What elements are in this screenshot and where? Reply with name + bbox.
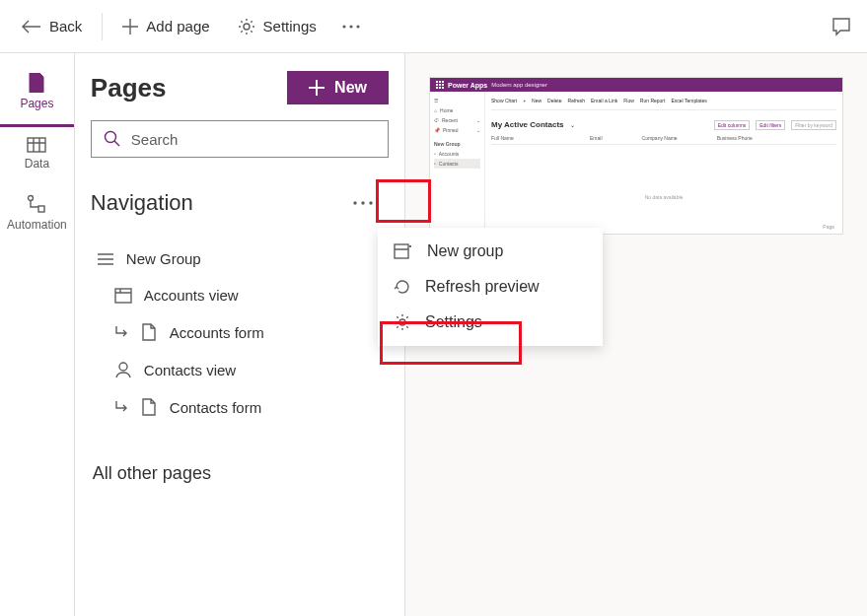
svg-rect-23 bbox=[395, 244, 408, 258]
svg-rect-17 bbox=[436, 84, 438, 86]
navigation-more-button[interactable] bbox=[337, 183, 389, 223]
svg-rect-6 bbox=[38, 206, 44, 212]
data-icon bbox=[27, 137, 46, 153]
svg-point-5 bbox=[29, 196, 34, 201]
svg-point-9 bbox=[361, 201, 364, 204]
toolbar-divider bbox=[102, 13, 103, 40]
preview-brand: Power Apps bbox=[448, 82, 487, 89]
navigation-context-menu: New group Refresh preview Settings bbox=[378, 228, 603, 346]
svg-rect-15 bbox=[439, 81, 441, 83]
svg-point-10 bbox=[369, 201, 372, 204]
preview-empty-state: No data available bbox=[491, 145, 836, 200]
preview-frame: Power Apps Modern app designer ☰ ⌂Home ⏱… bbox=[429, 77, 843, 235]
preview-topbar: Power Apps Modern app designer bbox=[430, 78, 842, 92]
svg-rect-12 bbox=[115, 289, 131, 303]
nav-item-label: Contacts form bbox=[170, 399, 261, 416]
left-rail: Pages Data Automation bbox=[0, 53, 75, 616]
preview-main: Show Chart +New Delete Refresh Email a L… bbox=[485, 92, 842, 234]
context-item-settings[interactable]: Settings bbox=[378, 305, 603, 340]
nav-item-accounts-view[interactable]: Accounts view bbox=[91, 277, 389, 313]
svg-rect-21 bbox=[439, 87, 441, 89]
preview-view-title: My Active Contacts bbox=[491, 114, 564, 135]
form-icon bbox=[140, 323, 158, 341]
context-settings-label: Settings bbox=[425, 313, 482, 331]
context-item-refresh[interactable]: Refresh preview bbox=[378, 269, 603, 305]
form-icon bbox=[140, 398, 158, 416]
new-group-icon bbox=[394, 243, 413, 259]
settings-label: Settings bbox=[263, 18, 317, 34]
sidebar-item-pages[interactable]: Pages bbox=[0, 63, 74, 127]
svg-rect-19 bbox=[442, 84, 444, 86]
gear-icon bbox=[394, 313, 411, 331]
svg-point-24 bbox=[399, 319, 405, 325]
context-item-new-group[interactable]: New group bbox=[378, 234, 603, 269]
svg-rect-22 bbox=[442, 87, 444, 89]
preview-sidebar: ☰ ⌂Home ⏱Recent⌄ 📌Pinned⌄ New Group ▫Acc… bbox=[430, 92, 485, 234]
nav-group-label: New Group bbox=[126, 250, 201, 267]
navigation-tree: New Group Accounts view Accounts form bbox=[91, 240, 389, 426]
nav-item-label: Contacts view bbox=[144, 362, 236, 378]
pages-panel: Pages New Search Navigation New Group bbox=[75, 53, 405, 616]
preview-brand-sub: Modern app designer bbox=[491, 82, 547, 88]
add-page-label: Add page bbox=[146, 18, 209, 34]
view-icon bbox=[114, 288, 132, 304]
page-icon bbox=[29, 73, 44, 93]
sidebar-item-automation[interactable]: Automation bbox=[0, 184, 74, 245]
gear-icon bbox=[238, 18, 255, 35]
refresh-icon bbox=[394, 278, 411, 296]
contacts-icon bbox=[114, 361, 132, 378]
plus-icon bbox=[122, 19, 138, 34]
svg-point-7 bbox=[105, 132, 115, 143]
sub-arrow-icon bbox=[114, 325, 128, 339]
add-page-button[interactable]: Add page bbox=[110, 12, 221, 40]
top-toolbar: Back Add page Settings bbox=[0, 0, 867, 53]
context-new-group-label: New group bbox=[427, 242, 503, 260]
svg-point-3 bbox=[356, 25, 359, 28]
group-icon bbox=[97, 252, 114, 266]
all-pages-title: All other pages bbox=[91, 463, 389, 484]
new-button-label: New bbox=[334, 79, 367, 97]
search-placeholder: Search bbox=[131, 131, 179, 148]
nav-group-new-group[interactable]: New Group bbox=[91, 240, 389, 277]
nav-item-contacts-view[interactable]: Contacts view bbox=[91, 351, 389, 388]
settings-button[interactable]: Settings bbox=[226, 12, 328, 41]
preview-paging: Page bbox=[823, 224, 834, 230]
back-arrow-icon bbox=[22, 20, 41, 34]
back-button[interactable]: Back bbox=[10, 12, 94, 40]
plus-icon bbox=[309, 80, 325, 96]
svg-rect-16 bbox=[442, 81, 444, 83]
svg-point-0 bbox=[244, 24, 250, 30]
nav-item-label: Accounts form bbox=[170, 324, 264, 341]
nav-item-accounts-form[interactable]: Accounts form bbox=[91, 313, 389, 351]
waffle-icon bbox=[436, 81, 444, 89]
comment-icon bbox=[831, 17, 851, 36]
nav-item-contacts-form[interactable]: Contacts form bbox=[91, 388, 389, 426]
new-page-button[interactable]: New bbox=[287, 71, 389, 104]
ellipsis-icon bbox=[342, 25, 360, 29]
sidebar-automation-label: Automation bbox=[7, 218, 67, 232]
back-label: Back bbox=[49, 18, 82, 34]
pages-title: Pages bbox=[91, 73, 167, 103]
comments-button[interactable] bbox=[826, 11, 857, 42]
svg-point-13 bbox=[119, 363, 127, 371]
sub-arrow-icon bbox=[114, 400, 128, 414]
svg-point-1 bbox=[342, 25, 345, 28]
sidebar-data-label: Data bbox=[25, 157, 49, 171]
svg-point-8 bbox=[353, 201, 356, 204]
svg-rect-14 bbox=[436, 81, 438, 83]
search-icon bbox=[104, 130, 121, 148]
svg-rect-18 bbox=[439, 84, 441, 86]
automation-icon bbox=[27, 194, 46, 214]
context-refresh-label: Refresh preview bbox=[425, 278, 540, 296]
svg-rect-20 bbox=[436, 87, 438, 89]
nav-item-label: Accounts view bbox=[144, 287, 239, 304]
navigation-title: Navigation bbox=[91, 190, 193, 216]
svg-point-2 bbox=[349, 25, 352, 28]
svg-rect-4 bbox=[28, 138, 45, 152]
sidebar-item-data[interactable]: Data bbox=[0, 127, 74, 184]
search-input[interactable]: Search bbox=[91, 120, 389, 158]
sidebar-pages-label: Pages bbox=[20, 97, 53, 110]
toolbar-more-button[interactable] bbox=[332, 19, 370, 34]
ellipsis-icon bbox=[353, 201, 373, 205]
